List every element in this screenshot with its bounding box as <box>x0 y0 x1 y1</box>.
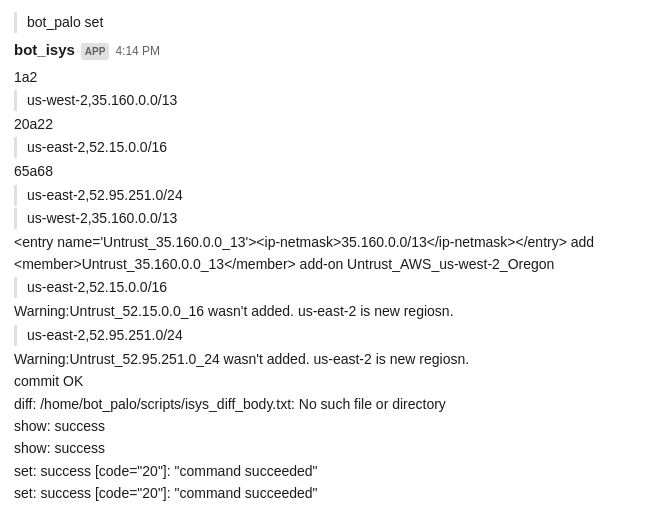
message-line-11: us-east-2,52.95.251.0/24 <box>14 325 632 346</box>
message-line-10: Warning:Untrust_52.15.0.0_16 wasn't adde… <box>14 300 632 322</box>
message-content: 1a2us-west-2,35.160.0.0/1320a22us-east-2… <box>14 66 632 507</box>
message-line-18: set: success [code="20"]: "command succe… <box>14 482 632 504</box>
message-line-17: set: success [code="20"]: "command succe… <box>14 460 632 482</box>
app-badge: APP <box>81 43 110 60</box>
message-line-14: diff: /home/bot_palo/scripts/isys_diff_b… <box>14 393 632 415</box>
bot-palo-set-block: bot_palo set <box>14 12 632 33</box>
message-line-3: us-east-2,52.15.0.0/16 <box>14 137 632 158</box>
message-line-12: Warning:Untrust_52.95.251.0_24 wasn't ad… <box>14 348 632 370</box>
message-line-8: <member>Untrust_35.160.0.0_13</member> a… <box>14 253 632 275</box>
bot-isys-name: bot_isys <box>14 39 75 62</box>
bot-isys-block: bot_isys APP 4:14 PM 1a2us-west-2,35.160… <box>14 39 632 506</box>
message-line-9: us-east-2,52.15.0.0/16 <box>14 277 632 298</box>
message-timestamp: 4:14 PM <box>115 42 160 60</box>
bot-palo-set-indent: bot_palo set <box>14 12 632 33</box>
message-line-13: commit OK <box>14 370 632 392</box>
message-line-5: us-east-2,52.95.251.0/24 <box>14 185 632 206</box>
message-line-2: 20a22 <box>14 113 632 135</box>
message-line-4: 65a68 <box>14 160 632 182</box>
message-line-16: show: success <box>14 437 632 459</box>
message-line-15: show: success <box>14 415 632 437</box>
message-line-7: <entry name='Untrust_35.160.0.0_13'><ip-… <box>14 231 632 253</box>
message-line-0: 1a2 <box>14 66 632 88</box>
message-line-1: us-west-2,35.160.0.0/13 <box>14 90 632 111</box>
message-line-6: us-west-2,35.160.0.0/13 <box>14 208 632 229</box>
bot-palo-set-text: bot_palo set <box>27 14 103 30</box>
bot-isys-header: bot_isys APP 4:14 PM <box>14 39 632 62</box>
